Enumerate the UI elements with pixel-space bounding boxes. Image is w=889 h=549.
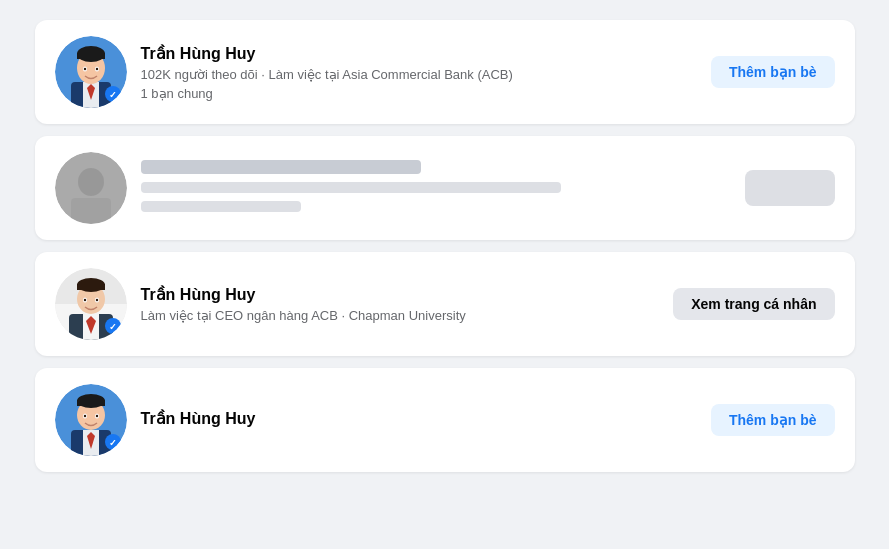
- person-card-1: ✓ Trần Hùng Huy 102K người theo dõi · Là…: [35, 20, 855, 124]
- person-sub-3: Làm việc tại CEO ngân hàng ACB · Chapman…: [141, 308, 660, 323]
- svg-point-10: [95, 68, 97, 70]
- svg-point-26: [83, 299, 85, 301]
- blurred-line-2b: [141, 201, 301, 212]
- svg-rect-36: [77, 400, 105, 406]
- person-name-1: Trần Hùng Huy: [141, 44, 697, 63]
- svg-point-14: [78, 168, 104, 196]
- person-card-4: ✓ Trần Hùng Huy Thêm bạn bè: [35, 368, 855, 472]
- svg-rect-6: [77, 53, 105, 59]
- blurred-name-2: [141, 160, 421, 174]
- person-card-2: [35, 136, 855, 240]
- svg-text:✓: ✓: [109, 90, 117, 100]
- avatar-1: ✓: [55, 36, 127, 108]
- person-sub-1: 102K người theo dõi · Làm việc tại Asia …: [141, 67, 697, 82]
- person-info-3: Trần Hùng Huy Làm việc tại CEO ngân hàng…: [141, 285, 660, 323]
- blurred-line-2a: [141, 182, 561, 193]
- person-info-2: [141, 160, 731, 216]
- svg-rect-23: [77, 284, 105, 290]
- person-name-4: Trần Hùng Huy: [141, 409, 697, 428]
- person-info-4: Trần Hùng Huy: [141, 409, 697, 432]
- person-info-1: Trần Hùng Huy 102K người theo dõi · Làm …: [141, 44, 697, 101]
- add-friend-button-4[interactable]: Thêm bạn bè: [711, 404, 835, 436]
- add-friend-button-1[interactable]: Thêm bạn bè: [711, 56, 835, 88]
- blurred-button-2: [745, 170, 835, 206]
- svg-text:✓: ✓: [109, 438, 117, 448]
- person-mutual-1: 1 bạn chung: [141, 86, 697, 101]
- svg-rect-15: [71, 198, 111, 224]
- svg-point-9: [83, 68, 85, 70]
- svg-text:✓: ✓: [109, 322, 117, 332]
- view-profile-button-3[interactable]: Xem trang cá nhân: [673, 288, 834, 320]
- svg-point-27: [95, 299, 97, 301]
- svg-point-39: [83, 415, 85, 417]
- avatar-4: ✓: [55, 384, 127, 456]
- person-card-3: ✓ Trần Hùng Huy Làm việc tại CEO ngân hà…: [35, 252, 855, 356]
- avatar-2: [55, 152, 127, 224]
- avatar-3: ✓: [55, 268, 127, 340]
- svg-point-40: [95, 415, 97, 417]
- person-name-3: Trần Hùng Huy: [141, 285, 660, 304]
